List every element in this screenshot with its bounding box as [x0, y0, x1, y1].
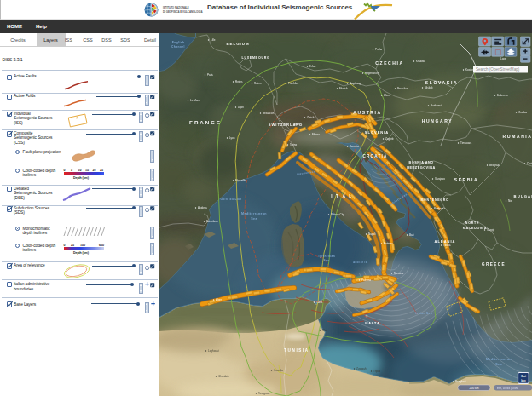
svg-text:box: box: [521, 379, 526, 382]
svg-text:MALTA: MALTA: [365, 322, 380, 325]
svg-text:I T A L: I T A L: [331, 194, 353, 198]
svg-text:Torino: Torino: [290, 143, 298, 146]
svg-text:Erfurt: Erfurt: [309, 65, 316, 68]
svg-text:Palermo: Palermo: [361, 278, 372, 282]
svg-text:Zurich: Zurich: [307, 116, 315, 119]
svg-text:MONTENEGRO: MONTENEGRO: [420, 198, 448, 202]
svg-text:Andorra: Andorra: [198, 206, 207, 209]
svg-text:Esri, USGS | OSM: Esri, USGS | OSM: [497, 387, 518, 390]
svg-text:MACEDONIA: MACEDONIA: [463, 227, 487, 230]
svg-text:Venezia: Venezia: [350, 145, 359, 148]
svg-text:Praha: Praha: [375, 48, 382, 51]
svg-text:LUXEMBOURG: LUXEMBOURG: [242, 56, 270, 60]
svg-text:Barcelona: Barcelona: [206, 220, 218, 223]
svg-text:Tyrrhenian: Tyrrhenian: [318, 255, 335, 258]
svg-text:Marseille: Marseille: [235, 179, 246, 182]
svg-text:BELGIUM: BELGIUM: [226, 42, 249, 46]
svg-text:Tripoli: Tripoli: [373, 370, 380, 373]
svg-text:Dijon: Dijon: [238, 106, 244, 109]
svg-text:Bratislava: Bratislava: [397, 87, 409, 90]
svg-text:Tirana: Tirana: [443, 244, 451, 247]
svg-text:Skopje: Skopje: [487, 228, 495, 232]
svg-text:Paris: Paris: [207, 73, 213, 77]
svg-text:Ouargla: Ouargla: [274, 369, 283, 372]
svg-text:Le Mans: Le Mans: [190, 99, 200, 102]
svg-text:Mediterranean: Mediterranean: [486, 358, 512, 361]
svg-text:Aeolian Is.: Aeolian Is.: [353, 261, 367, 264]
svg-text:Bari: Bari: [409, 233, 414, 237]
svg-text:Craiova: Craiova: [527, 162, 532, 165]
svg-text:TUNISIA: TUNISIA: [284, 348, 309, 353]
svg-text:Oradea: Oradea: [518, 111, 527, 114]
svg-text:Touggourt: Touggourt: [258, 392, 270, 395]
svg-text:Mediterranean: Mediterranean: [241, 212, 267, 215]
svg-text:Ionian Sea: Ionian Sea: [415, 312, 432, 315]
svg-text:Vatican City: Vatican City: [331, 213, 344, 216]
svg-text:Omi: Omi: [521, 375, 526, 378]
svg-text:BULGAR: BULGAR: [513, 194, 532, 198]
svg-text:HERZEGOVINA: HERZEGOVINA: [407, 166, 435, 169]
svg-text:Podgorica: Podgorica: [434, 207, 446, 210]
svg-text:GREECE: GREECE: [482, 262, 506, 267]
svg-text:Augsburg: Augsburg: [350, 82, 361, 85]
svg-text:Nis: Nis: [508, 199, 512, 203]
svg-text:SLOVAKIA: SLOVAKIA: [425, 80, 458, 85]
svg-text:Sfax: Sfax: [322, 329, 328, 332]
svg-text:Krakow: Krakow: [416, 60, 425, 63]
svg-text:NORTH: NORTH: [466, 221, 479, 225]
svg-text:BOSNIA AND: BOSNIA AND: [409, 161, 434, 164]
svg-text:Laghouat: Laghouat: [208, 349, 219, 353]
svg-text:Channel: Channel: [171, 45, 185, 49]
svg-text:Lyon: Lyon: [229, 136, 235, 140]
svg-text:Besancon: Besancon: [263, 112, 275, 115]
svg-text:Sarajevo: Sarajevo: [435, 177, 445, 181]
svg-text:Debrecen: Debrecen: [497, 94, 508, 97]
svg-text:Ghardaia: Ghardaia: [218, 375, 229, 378]
svg-text:Golfe du Lion: Golfe du Lion: [220, 198, 241, 201]
svg-text:ROMANIA: ROMANIA: [502, 134, 532, 139]
svg-text:Napoli: Napoli: [368, 232, 376, 236]
svg-text:SLOVENIA: SLOVENIA: [365, 130, 389, 135]
svg-text:Zuwarah: Zuwarah: [356, 367, 367, 370]
svg-text:CROATIA: CROATIA: [363, 154, 388, 158]
svg-text:200 km: 200 km: [469, 387, 478, 390]
svg-text:Reims: Reims: [235, 80, 243, 83]
svg-text:Timisoara: Timisoara: [460, 141, 471, 145]
svg-text:Alger: Alger: [216, 298, 222, 301]
svg-text:Tunis: Tunis: [316, 301, 323, 304]
svg-text:Kosice: Kosice: [466, 68, 473, 72]
svg-text:Search (OpenStreetMap): Search (OpenStreetMap): [476, 67, 520, 72]
svg-text:Milano: Milano: [312, 133, 320, 136]
svg-text:Messina: Messina: [394, 272, 404, 275]
svg-text:Wien: Wien: [384, 94, 390, 97]
svg-text:HUNGARY: HUNGARY: [422, 118, 453, 123]
svg-text:Reims: Reims: [254, 82, 262, 85]
svg-text:Munich: Munich: [339, 87, 348, 90]
svg-text:CZECHIA: CZECHIA: [375, 60, 403, 66]
svg-text:Miskolc: Miskolc: [425, 86, 434, 89]
svg-text:Benghazi: Benghazi: [455, 380, 466, 383]
svg-text:Sea: Sea: [324, 259, 330, 262]
svg-text:FRANCE: FRANCE: [189, 119, 222, 125]
svg-text:Sea: Sea: [251, 217, 257, 221]
svg-text:Zagreb: Zagreb: [385, 137, 394, 141]
svg-text:AUSTRIA: AUSTRIA: [353, 110, 381, 115]
svg-text:Beograd: Beograd: [489, 164, 500, 167]
svg-text:Regensburg: Regensburg: [365, 72, 379, 75]
svg-text:Potenza: Potenza: [384, 242, 393, 245]
svg-text:Bern: Bern: [294, 123, 300, 126]
svg-text:Sea: Sea: [495, 363, 502, 366]
svg-text:SERBIA: SERBIA: [454, 177, 479, 182]
svg-text:English: English: [172, 41, 185, 44]
svg-text:Budapest: Budapest: [431, 104, 442, 107]
svg-text:Frankfurt: Frankfurt: [288, 82, 298, 85]
svg-text:Lille: Lille: [211, 38, 216, 42]
svg-text:Laye: Laye: [500, 57, 506, 60]
